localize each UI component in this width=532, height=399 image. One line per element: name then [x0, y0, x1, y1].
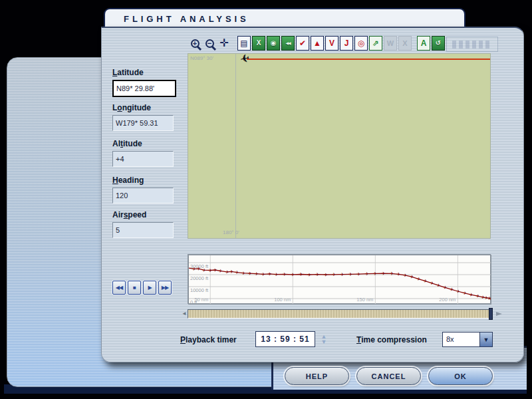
playback-timer-label: Playback timer: [180, 335, 237, 344]
svg-text:✈: ✈: [291, 272, 295, 277]
svg-text:100 nm: 100 nm: [274, 297, 291, 303]
playback-slider[interactable]: ◄: [182, 308, 498, 321]
svg-text:✈: ✈: [307, 272, 311, 277]
svg-text:✈: ✈: [241, 271, 246, 276]
longitude-field[interactable]: [112, 115, 174, 131]
ok-button[interactable]: OK: [428, 367, 493, 385]
red-triangle-button[interactable]: ▲: [311, 36, 324, 51]
screen: FLIGHT ANALYSIS +−✛▤X◉◀◀✔▲VJ◎⇗WXA↺ Latit…: [0, 0, 532, 399]
svg-text:50 nm: 50 nm: [194, 297, 208, 303]
heading-field[interactable]: [112, 188, 174, 203]
time-compression-label: Time compression: [356, 335, 427, 344]
time-compression-dropdown[interactable]: 8x ▼: [442, 332, 493, 347]
playback-timer-input[interactable]: [255, 331, 315, 347]
svg-text:✈: ✈: [283, 272, 287, 277]
heading-field-group: Heading: [112, 176, 179, 203]
svg-text:✈: ✈: [436, 283, 441, 289]
svg-text:✈: ✈: [340, 272, 344, 277]
rewind-button[interactable]: ◀◀: [112, 281, 126, 295]
map-meridian-gridline: [235, 54, 236, 238]
svg-text:✈: ✈: [365, 271, 369, 276]
rotate-button[interactable]: ↺: [432, 36, 445, 51]
disabled-toolbar-area: [446, 37, 498, 52]
svg-text:✈: ✈: [469, 292, 473, 297]
red-j-button[interactable]: J: [340, 36, 353, 51]
svg-text:✈: ✈: [423, 278, 428, 283]
slider-needle-icon: [496, 312, 502, 316]
svg-text:✈: ✈: [356, 272, 360, 277]
airspeed-field-group: Airspeed: [112, 210, 179, 238]
label-a-button[interactable]: A: [417, 36, 430, 51]
green-circle-button[interactable]: ◉: [267, 36, 280, 51]
latitude-field[interactable]: [112, 80, 176, 97]
green-x-button[interactable]: X: [252, 36, 265, 51]
svg-text:✈: ✈: [218, 268, 223, 273]
altitude-profile-chart: 0 ft10000 ft20000 ft30000 ft50 nm100 nm1…: [188, 254, 491, 304]
svg-text:✈: ✈: [462, 291, 467, 296]
svg-text:✈: ✈: [442, 285, 448, 291]
cancel-button[interactable]: CANCEL: [356, 367, 421, 385]
play-button[interactable]: ▶: [143, 281, 156, 295]
slider-thumb[interactable]: [489, 308, 493, 320]
svg-text:✈: ✈: [416, 276, 422, 281]
latitude-field-label: Latitude: [112, 68, 179, 77]
red-v-button[interactable]: V: [325, 36, 338, 51]
stop-button[interactable]: ■: [128, 281, 141, 295]
pan-icon[interactable]: ✛: [217, 36, 231, 51]
svg-text:✈: ✈: [299, 272, 303, 277]
red-check-button[interactable]: ✔: [296, 36, 309, 51]
svg-text:150 nm: 150 nm: [356, 297, 373, 303]
svg-text:✈: ✈: [348, 272, 352, 277]
svg-text:✈: ✈: [324, 272, 328, 277]
svg-text:✈: ✈: [208, 268, 212, 273]
svg-text:10000 ft: 10000 ft: [190, 287, 209, 293]
zoom-in-icon[interactable]: +: [188, 36, 201, 51]
aircraft-icon: ✈: [239, 51, 251, 66]
flight-track-line: [247, 59, 490, 60]
slider-left-arrow-icon[interactable]: ◄: [182, 311, 187, 317]
zoom-out-icon[interactable]: −: [203, 36, 216, 51]
svg-text:✈: ✈: [430, 280, 435, 286]
svg-text:200 nm: 200 nm: [439, 297, 456, 303]
dropdown-arrow-icon[interactable]: ▼: [479, 332, 492, 346]
altitude-field[interactable]: [112, 151, 174, 167]
svg-text:✈: ✈: [410, 274, 414, 279]
altitude-field-label: Altitude: [112, 139, 179, 148]
svg-text:✈: ✈: [197, 267, 201, 271]
svg-text:✈: ✈: [373, 271, 377, 276]
svg-text:✈: ✈: [396, 272, 401, 277]
map-view[interactable]: ✈ N089° 30' 180° 0': [188, 53, 491, 239]
airspeed-field[interactable]: [112, 222, 174, 238]
green-arrow-button[interactable]: ⇗: [369, 36, 382, 51]
svg-text:✈: ✈: [255, 271, 259, 276]
airspeed-field-label: Airspeed: [112, 210, 179, 219]
fast-forward-button[interactable]: ▶▶: [158, 281, 172, 295]
svg-text:✈: ✈: [456, 289, 461, 294]
latitude-field-group: Latitude: [112, 68, 179, 97]
disabled-w-button[interactable]: W: [384, 36, 397, 51]
svg-text:✈: ✈: [475, 293, 480, 299]
svg-text:✈: ✈: [449, 287, 454, 292]
map-longitude-label: 180° 0': [223, 229, 239, 235]
print-icon[interactable]: ▤: [237, 36, 251, 51]
green-marker-button[interactable]: ◀◀: [281, 36, 295, 51]
time-compression-value: 8x: [443, 332, 479, 346]
altitude-profile-plot: 0 ft10000 ft20000 ft30000 ft50 nm100 nm1…: [188, 255, 491, 305]
svg-text:✈: ✈: [192, 266, 196, 271]
heading-field-label: Heading: [112, 176, 179, 185]
red-target-button[interactable]: ◎: [354, 36, 368, 51]
disabled-x-button[interactable]: X: [398, 36, 412, 51]
spinner-down-icon[interactable]: ▼: [321, 339, 327, 344]
svg-text:20000 ft: 20000 ft: [190, 275, 209, 281]
svg-text:✈: ✈: [235, 270, 239, 275]
transport-controls: ◀◀■▶▶▶: [112, 281, 172, 295]
toolbar: +−✛▤X◉◀◀✔▲VJ◎⇗WXA↺: [188, 36, 445, 51]
svg-text:✈: ✈: [315, 272, 319, 277]
dialog-title-tab[interactable]: FLIGHT ANALYSIS: [104, 8, 466, 28]
timer-spinner[interactable]: ▲ ▼: [319, 331, 329, 347]
help-button[interactable]: HELP: [285, 367, 349, 385]
svg-text:✈: ✈: [274, 272, 278, 277]
altitude-field-group: Altitude: [112, 139, 179, 167]
svg-text:✈: ✈: [261, 272, 265, 277]
slider-track[interactable]: [188, 309, 489, 319]
